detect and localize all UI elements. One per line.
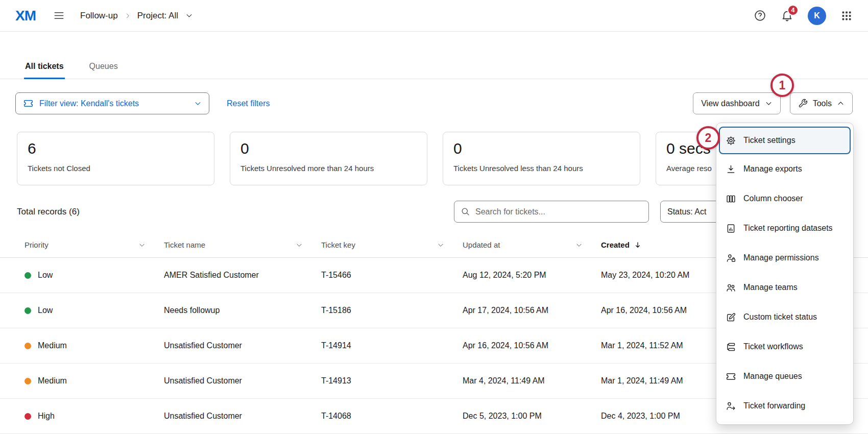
ticket-name: AMER Satisfied Customer [164, 271, 321, 280]
annotation-step-2: 2 [696, 126, 720, 150]
chevron-down-icon [138, 242, 146, 249]
notification-badge: 4 [787, 5, 799, 16]
edit-icon [726, 312, 736, 323]
breadcrumb-section[interactable]: Follow-up [80, 11, 118, 21]
ticket-name: Needs followup [164, 306, 321, 315]
tabs-bar: All tickets Queues [0, 32, 868, 79]
menu-item-ticket-reporting-datasets[interactable]: Ticket reporting datasets [716, 213, 853, 243]
menu-item-manage-queues[interactable]: Manage queues [716, 361, 853, 391]
menu-item-label: Manage exports [743, 164, 802, 174]
wrench-icon [798, 99, 808, 108]
breadcrumb: Follow-up Project: All [80, 11, 193, 21]
filter-view-dropdown[interactable]: Filter view: Kendall's tickets [15, 92, 209, 114]
stat-value: 6 [28, 140, 204, 157]
updated-at: Dec 5, 2023, 1:00 PM [463, 412, 601, 421]
column-label: Ticket key [321, 240, 355, 249]
menu-item-ticket-workflows[interactable]: Ticket workflows [716, 332, 853, 361]
apps-grid-icon[interactable] [840, 10, 853, 22]
ticket-name: Unsatisfied Customer [164, 376, 321, 385]
status-filter-label: Status: Act [667, 207, 706, 216]
chevron-down-icon [437, 242, 444, 249]
priority-label: Medium [38, 341, 67, 350]
priority-label: High [38, 412, 55, 421]
column-label: Updated at [463, 240, 500, 249]
stat-label: Tickets Unresolved more than 24 hours [240, 164, 417, 173]
tools-button[interactable]: Tools [790, 92, 853, 114]
chevron-down-icon [296, 242, 303, 249]
view-dashboard-label: View dashboard [701, 99, 759, 108]
tab-all-tickets[interactable]: All tickets [24, 62, 65, 79]
tools-label: Tools [813, 99, 832, 108]
menu-item-manage-permissions[interactable]: Manage permissions [716, 243, 853, 273]
menu-item-manage-exports[interactable]: Manage exports [716, 154, 853, 184]
ticket-name: Unsatisfied Customer [164, 341, 321, 350]
stat-label: Tickets not Closed [28, 164, 204, 173]
priority-dot [25, 343, 31, 349]
download-icon [726, 164, 736, 175]
menu-item-label: Custom ticket status [743, 312, 817, 322]
chevron-down-icon [575, 242, 583, 249]
total-records-label: Total records (6) [17, 201, 80, 223]
filter-view-label: Filter view: Kendall's tickets [39, 99, 188, 108]
column-label: Created [601, 240, 630, 249]
menu-item-label: Manage permissions [743, 253, 819, 262]
ticket-search[interactable] [454, 201, 649, 223]
view-dashboard-button[interactable]: View dashboard [693, 92, 780, 114]
ticket-key: T-14068 [321, 412, 463, 421]
ticket-icon [726, 371, 736, 382]
notifications-bell-icon[interactable]: 4 [781, 9, 793, 22]
sort-descending-icon [634, 241, 642, 249]
tools-dropdown-menu: Ticket settings Manage exports Column ch… [716, 123, 854, 425]
menu-item-label: Ticket reporting datasets [743, 224, 833, 233]
hamburger-menu-icon[interactable] [53, 10, 65, 21]
menu-item-manage-teams[interactable]: Manage teams [716, 273, 853, 302]
stat-card-unresolved-more-24h: 0 Tickets Unresolved more than 24 hours [230, 132, 427, 185]
reset-filters-link[interactable]: Reset filters [227, 99, 270, 108]
ticket-key: T-15466 [321, 271, 463, 280]
columns-icon [726, 194, 736, 204]
gear-icon [726, 135, 736, 146]
priority-dot [25, 413, 31, 420]
menu-item-column-chooser[interactable]: Column chooser [716, 184, 853, 213]
help-icon[interactable] [754, 9, 766, 22]
ticket-key: T-14914 [321, 341, 463, 350]
column-header-updated-at[interactable]: Updated at [463, 240, 601, 249]
ticket-name: Unsatisfied Customer [164, 412, 321, 421]
search-input[interactable] [475, 207, 642, 216]
tab-queues[interactable]: Queues [88, 62, 119, 79]
priority-label: Low [38, 271, 53, 280]
menu-item-ticket-forwarding[interactable]: Ticket forwarding [716, 391, 853, 421]
ticket-icon [23, 98, 34, 109]
stat-card-tickets-not-closed: 6 Tickets not Closed [17, 132, 214, 185]
filter-row: Filter view: Kendall's tickets Reset fil… [15, 92, 853, 114]
menu-item-label: Column chooser [743, 194, 803, 203]
menu-item-custom-ticket-status[interactable]: Custom ticket status [716, 302, 853, 332]
menu-item-ticket-settings[interactable]: Ticket settings [719, 127, 851, 154]
menu-item-label: Ticket workflows [743, 342, 803, 351]
app-window: XM Follow-up Project: All [0, 0, 868, 434]
chevron-down-icon[interactable] [185, 12, 193, 19]
menu-item-label: Ticket settings [743, 136, 795, 145]
column-header-ticket-name[interactable]: Ticket name [164, 240, 321, 249]
people-icon [726, 282, 736, 293]
column-label: Priority [25, 240, 49, 249]
updated-at: Apr 17, 2024, 10:56 AM [463, 306, 601, 315]
chevron-up-icon [837, 100, 845, 107]
priority-label: Low [38, 306, 53, 315]
annotation-step-1: 1 [770, 74, 794, 97]
top-bar: XM Follow-up Project: All [0, 0, 868, 32]
report-icon [726, 223, 736, 234]
column-header-ticket-key[interactable]: Ticket key [321, 240, 463, 249]
priority-label: Medium [38, 376, 67, 385]
avatar[interactable]: K [808, 7, 826, 25]
updated-at: Apr 16, 2024, 10:56 AM [463, 341, 601, 350]
priority-dot [25, 272, 31, 279]
breadcrumb-project[interactable]: Project: All [137, 11, 178, 21]
column-header-priority[interactable]: Priority [25, 240, 164, 249]
priority-dot [25, 307, 31, 314]
stat-value: 0 [240, 140, 417, 157]
menu-item-label: Manage queues [743, 372, 802, 381]
forward-person-icon [726, 401, 736, 412]
stat-value: 0 [453, 140, 630, 157]
menu-item-label: Manage teams [743, 283, 798, 292]
